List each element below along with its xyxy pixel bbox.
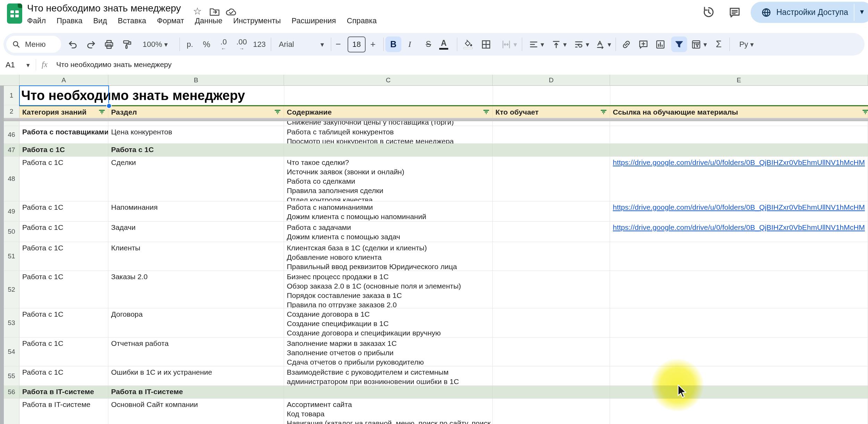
filter-icon[interactable] <box>483 108 490 118</box>
cell-b[interactable] <box>108 121 284 126</box>
cell-c[interactable]: Ассортимент сайтаКод товараНавигация (ка… <box>284 399 493 424</box>
cell-a[interactable]: Работа с поставщиками <box>19 126 108 143</box>
cell-a[interactable]: Работа с 1С <box>19 144 108 156</box>
column-header-D[interactable]: D <box>493 75 610 85</box>
cell-e[interactable] <box>610 366 868 385</box>
text-rotation-button[interactable]: ▾ <box>592 33 615 56</box>
drive-link[interactable]: https://drive.google.com/drive/u/0/folde… <box>613 203 865 211</box>
currency-format-button[interactable]: р. <box>187 33 193 56</box>
cell-e[interactable] <box>610 271 868 308</box>
name-box[interactable]: A1 <box>6 60 15 69</box>
cell-a[interactable]: Работа с 1С <box>19 222 108 242</box>
cell-a[interactable]: Работа в IT-системе <box>19 386 108 398</box>
cell-e[interactable]: https://drive.google.com/drive/u/0/folde… <box>610 157 868 201</box>
menu-item-Данные[interactable]: Данные <box>195 16 222 25</box>
menu-item-Правка[interactable]: Правка <box>57 16 82 25</box>
cell-c[interactable]: Бизнес процесс продажи в 1СОбзор заказа … <box>284 271 493 308</box>
header-cell[interactable]: Кто обучает <box>493 105 610 118</box>
horizontal-align-button[interactable]: ▾ <box>525 33 548 56</box>
cell-b[interactable]: Напоминания <box>108 201 284 221</box>
font-size-input[interactable]: 18 <box>348 33 366 56</box>
document-title[interactable]: Что необходимо знать менеджеру <box>27 3 181 14</box>
cell-d[interactable] <box>493 338 610 366</box>
cell-c[interactable]: Работа с таблицей конкурентовПросмотр це… <box>284 126 493 143</box>
cell-c[interactable]: Что такое сделки?Источник заявок (звонки… <box>284 157 493 201</box>
menu-item-Инструменты[interactable]: Инструменты <box>233 16 281 25</box>
decrease-decimal-button[interactable]: .0← <box>220 33 227 56</box>
insert-comment-button[interactable] <box>638 33 649 56</box>
cell-c[interactable] <box>284 386 493 398</box>
cell-c[interactable]: Создание договора в 1ССоздание специфика… <box>284 308 493 337</box>
name-box-caret-icon[interactable]: ▾ <box>26 61 30 69</box>
redo-button[interactable] <box>86 33 96 56</box>
cell-a[interactable]: Работа с 1С <box>19 308 108 337</box>
drive-link[interactable]: https://drive.google.com/drive/u/0/folde… <box>613 223 865 231</box>
share-button[interactable]: Настройки Доступа ▾ <box>751 2 868 23</box>
cell-a[interactable]: Работа с 1С <box>19 366 108 385</box>
cell-b[interactable]: Заказы 2.0 <box>108 271 284 308</box>
cell-e[interactable] <box>610 242 868 271</box>
row-number[interactable]: 48 <box>4 157 19 201</box>
insert-link-button[interactable] <box>621 33 632 56</box>
drive-link[interactable]: https://drive.google.com/drive/u/0/folde… <box>613 158 865 166</box>
menu-item-Справка[interactable]: Справка <box>347 16 377 25</box>
percent-format-button[interactable]: % <box>203 33 210 56</box>
cell-e[interactable] <box>610 126 868 143</box>
cell-a[interactable]: Работа в IT-системе <box>19 399 108 424</box>
cell-d[interactable] <box>493 366 610 385</box>
cell-b[interactable]: Задачи <box>108 222 284 242</box>
toolbar-search-menu[interactable]: Меню <box>6 36 61 53</box>
cell-a[interactable]: Работа с 1С <box>19 157 108 201</box>
increase-font-size-button[interactable]: + <box>370 33 375 56</box>
header-cell[interactable]: Содержание <box>284 105 493 118</box>
cell-d[interactable] <box>493 271 610 308</box>
cell-e[interactable] <box>610 121 868 126</box>
row-number[interactable]: 56 <box>4 386 19 398</box>
cell-c[interactable] <box>284 144 493 156</box>
formula-bar-value[interactable]: Что необходимо знать менеджеру <box>56 60 172 69</box>
print-button[interactable] <box>104 33 114 56</box>
move-to-folder-icon[interactable] <box>209 7 220 17</box>
text-wrap-button[interactable]: ▾ <box>570 33 593 56</box>
undo-button[interactable] <box>68 33 78 56</box>
create-filter-button[interactable] <box>671 36 687 52</box>
column-header-B[interactable]: B <box>108 75 284 85</box>
row-number[interactable]: 47 <box>4 144 19 156</box>
cell-a[interactable]: Работа с 1С <box>19 242 108 271</box>
row-number[interactable]: 50 <box>4 222 19 242</box>
column-header-C[interactable]: C <box>284 75 493 85</box>
menu-item-Вид[interactable]: Вид <box>93 16 107 25</box>
functions-button[interactable]: Σ <box>716 33 722 56</box>
cell-d[interactable] <box>493 126 610 143</box>
cell-d[interactable] <box>493 242 610 271</box>
bold-button[interactable]: B <box>385 36 401 52</box>
cell-b[interactable]: Цена конкурентов <box>108 126 284 143</box>
sheet-title-cell[interactable]: Что необходимо знать менеджеру <box>21 88 245 103</box>
row-number[interactable]: 46 <box>4 126 19 143</box>
cell-e[interactable]: https://drive.google.com/drive/u/0/folde… <box>610 222 868 242</box>
cell-d[interactable] <box>493 144 610 156</box>
cell-a[interactable]: Работа с 1С <box>19 271 108 308</box>
row-number[interactable]: 52 <box>4 271 19 308</box>
star-icon[interactable]: ☆ <box>193 6 202 17</box>
insert-chart-button[interactable] <box>655 33 666 56</box>
menu-item-Расширения[interactable]: Расширения <box>292 16 336 25</box>
cell-d[interactable] <box>493 386 610 398</box>
filter-views-button[interactable]: ▾ <box>687 33 710 56</box>
row-number[interactable]: 54 <box>4 338 19 366</box>
cloud-saved-icon[interactable] <box>225 7 237 17</box>
cell-e[interactable] <box>610 386 868 398</box>
row-number[interactable] <box>4 121 19 126</box>
row-number[interactable]: 2 <box>4 105 19 118</box>
paint-format-button[interactable] <box>122 33 132 56</box>
cell-b[interactable]: Работа с 1С <box>108 144 284 156</box>
cell-b[interactable]: Отчетная работа <box>108 338 284 366</box>
cell-a[interactable] <box>19 121 108 126</box>
merge-cells-button[interactable]: ▾ <box>498 33 520 56</box>
cell-c[interactable]: Клиентская база в 1С (сделки и клиенты)Д… <box>284 242 493 271</box>
select-all-corner[interactable] <box>0 75 19 85</box>
filter-icon[interactable] <box>600 108 607 118</box>
menu-item-Вставка[interactable]: Вставка <box>118 16 146 25</box>
share-dropdown-icon[interactable]: ▾ <box>860 7 864 16</box>
more-formats-button[interactable]: 123 <box>253 33 266 56</box>
